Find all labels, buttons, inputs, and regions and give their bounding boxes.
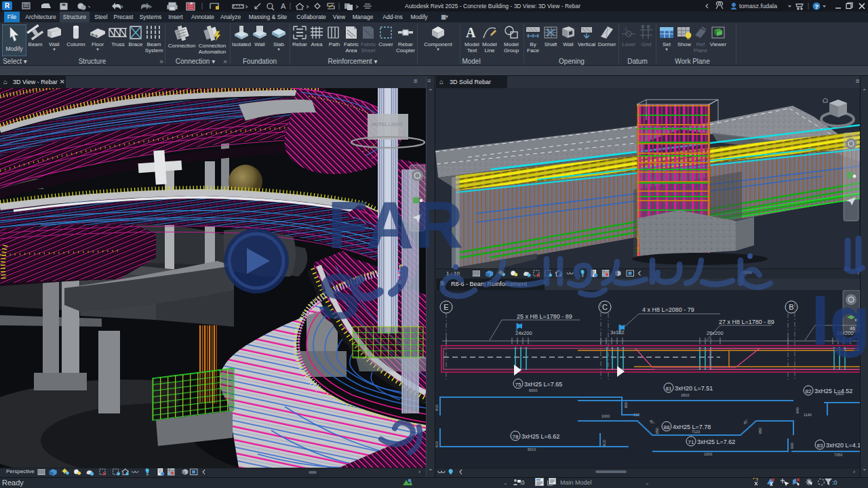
svg-text:600: 600 [624, 402, 628, 408]
svg-text:3xH20 L=7.51: 3xH20 L=7.51 [675, 385, 713, 392]
svg-text:3xH25 L=4.52: 3xH25 L=4.52 [814, 388, 852, 394]
svg-text:46: 46 [850, 326, 855, 331]
svg-text:24x200: 24x200 [515, 330, 532, 336]
svg-text:6010: 6010 [528, 447, 536, 451]
svg-text:6000: 6000 [529, 388, 537, 392]
svg-text:tomasz.fudala: tomasz.fudala [739, 3, 777, 9]
svg-text:640: 640 [795, 407, 800, 413]
svg-text:7120: 7120 [692, 430, 700, 434]
svg-text:1000: 1000 [601, 414, 610, 418]
svg-text:3xH25 L=7.65: 3xH25 L=7.65 [524, 381, 562, 388]
svg-text:4 x H8 L=2080 - 79: 4 x H8 L=2080 - 79 [642, 306, 694, 313]
svg-text:3xH25 L=7.62: 3xH25 L=7.62 [697, 439, 735, 445]
svg-text:3xH25 L=6.62: 3xH25 L=6.62 [521, 433, 559, 440]
svg-text:1900: 1900 [835, 392, 844, 396]
svg-text:1000: 1000 [704, 452, 712, 456]
svg-text:88: 88 [664, 424, 670, 430]
svg-text:83: 83 [817, 443, 823, 449]
svg-text:A: A [281, 2, 286, 10]
svg-text:640: 640 [790, 443, 794, 449]
svg-text:610: 610 [435, 405, 439, 411]
svg-text:78: 78 [513, 434, 519, 440]
svg-text:81: 81 [666, 386, 672, 392]
svg-text:3xH20 L=4.12: 3xH20 L=4.12 [826, 442, 860, 449]
svg-text:C: C [602, 303, 608, 311]
svg-text:610: 610 [602, 440, 606, 446]
svg-text:7250: 7250 [834, 453, 842, 457]
svg-text:?: ? [815, 3, 819, 10]
svg-text:3x182: 3x182 [610, 329, 624, 336]
svg-text:82: 82 [806, 388, 812, 394]
svg-text:75: 75 [515, 382, 521, 388]
svg-text:-1: -1 [623, 26, 627, 31]
svg-text:1140: 1140 [804, 413, 812, 417]
svg-text:1810: 1810 [681, 393, 689, 397]
svg-text:610: 610 [435, 441, 439, 447]
svg-text:27 x H8 L=1780 - 89: 27 x H8 L=1780 - 89 [719, 319, 774, 325]
svg-text:45°: 45° [648, 419, 655, 426]
svg-text:71: 71 [688, 439, 694, 445]
svg-text:E: E [443, 303, 448, 311]
svg-text:650: 650 [655, 428, 659, 434]
svg-text:B: B [789, 303, 793, 311]
svg-text:26x200: 26x200 [707, 330, 724, 336]
svg-text:650: 650 [758, 428, 762, 434]
svg-text:25 x H8 L=1780 - 89: 25 x H8 L=1780 - 89 [517, 313, 572, 320]
svg-text:HOTEL LIGHT: HOTEL LIGHT [372, 122, 403, 127]
svg-text:45°: 45° [743, 418, 749, 425]
